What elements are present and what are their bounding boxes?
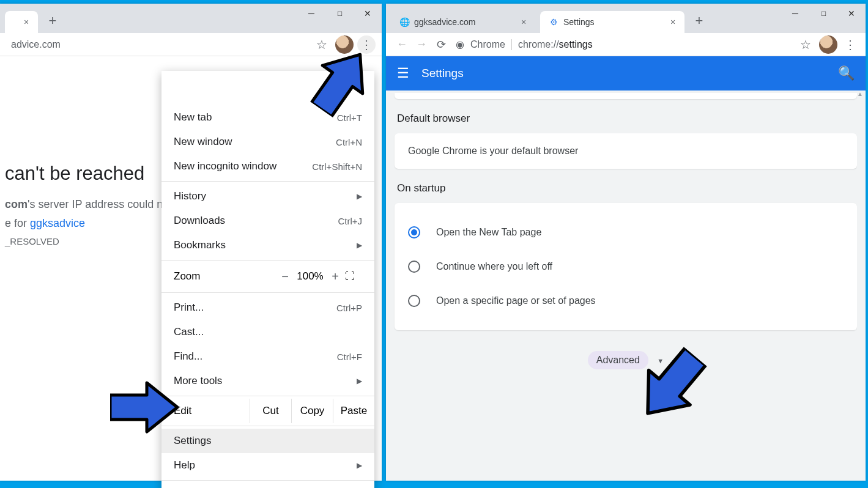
- tab-close-button[interactable]: ×: [518, 17, 529, 28]
- close-button[interactable]: ✕: [837, 4, 866, 23]
- address-bar[interactable]: advice.com: [6, 35, 312, 54]
- tab-close-button[interactable]: ×: [21, 17, 32, 28]
- address-bar[interactable]: ◉ Chrome chrome://settings: [451, 35, 796, 54]
- menu-downloads[interactable]: DownloadsCtrl+J: [161, 209, 374, 233]
- startup-option-continue[interactable]: Continue where you left off: [408, 250, 844, 284]
- back-button[interactable]: ←: [392, 35, 412, 54]
- tab-settings[interactable]: ⚙ Settings ×: [540, 11, 684, 33]
- menu-settings[interactable]: Settings: [161, 429, 374, 453]
- startup-card: Open the New Tab page Continue where you…: [395, 203, 857, 330]
- cut-button[interactable]: Cut: [250, 399, 291, 423]
- scrollbar[interactable]: ▲: [857, 91, 866, 481]
- chrome-window-right: 🌐 ggksadvice.com × ⚙ Settings × + ─ ☐ ✕ …: [386, 4, 866, 481]
- chevron-down-icon: ▼: [657, 357, 664, 364]
- menu-exit[interactable]: Exit: [161, 483, 374, 488]
- new-tab-button[interactable]: +: [43, 11, 62, 31]
- bookmark-star-icon[interactable]: ☆: [312, 35, 332, 54]
- menu-kebab-icon[interactable]: ⋮: [357, 35, 376, 54]
- default-browser-card: Google Chrome is your default browser: [395, 133, 857, 169]
- profile-avatar[interactable]: [335, 35, 354, 54]
- tab-strip: × + ─ ☐ ✕: [0, 4, 382, 33]
- chrome-logo-icon: ◉: [456, 39, 464, 50]
- section-on-startup: On startup: [397, 182, 855, 194]
- tab-ggksadvice[interactable]: 🌐 ggksadvice.com ×: [391, 11, 535, 33]
- profile-avatar[interactable]: [819, 35, 837, 54]
- hamburger-icon[interactable]: ☰: [397, 65, 414, 81]
- menu-kebab-icon[interactable]: ⋮: [841, 35, 859, 54]
- minimize-button[interactable]: ─: [781, 4, 809, 23]
- zoom-value: 100%: [295, 270, 325, 283]
- tab-label: Settings: [563, 17, 595, 27]
- submenu-arrow-icon: ▶: [357, 461, 362, 470]
- url-chip: Chrome: [470, 39, 512, 50]
- startup-option-specific[interactable]: Open a specific page or set of pages: [408, 284, 844, 318]
- menu-find[interactable]: Find...Ctrl+F: [161, 344, 374, 369]
- copy-button[interactable]: Copy: [291, 399, 333, 423]
- active-tab[interactable]: ×: [5, 11, 38, 33]
- gear-icon: ⚙: [549, 17, 558, 27]
- globe-icon: 🌐: [399, 17, 409, 27]
- section-default-browser: Default browser: [397, 113, 855, 125]
- startup-option-newtab[interactable]: Open the New Tab page: [408, 215, 844, 250]
- search-icon[interactable]: 🔍: [838, 65, 855, 81]
- radio-icon: [408, 226, 420, 238]
- settings-content: ▲ Default browser Google Chrome is your …: [386, 91, 866, 481]
- omnibar: advice.com ☆ ⋮: [0, 33, 382, 56]
- paste-button[interactable]: Paste: [333, 399, 374, 423]
- menu-help[interactable]: Help▶: [161, 453, 374, 478]
- menu-incognito[interactable]: New incognito windowCtrl+Shift+N: [161, 154, 374, 179]
- bookmark-star-icon[interactable]: ☆: [796, 35, 815, 54]
- menu-new-window[interactable]: New windowCtrl+N: [161, 130, 374, 154]
- edit-label: Edit: [161, 405, 250, 417]
- window-controls: ─ ☐ ✕: [297, 4, 382, 23]
- fullscreen-icon[interactable]: ⛶: [345, 271, 362, 282]
- menu-edit-row: Edit Cut Copy Paste: [161, 399, 374, 423]
- window-controls: ─ ☐ ✕: [781, 4, 866, 23]
- submenu-arrow-icon: ▶: [357, 241, 362, 250]
- advanced-row: Advanced ▼: [395, 351, 857, 369]
- zoom-in-button[interactable]: +: [325, 270, 345, 284]
- close-button[interactable]: ✕: [354, 4, 382, 23]
- reload-button[interactable]: ⟳: [431, 35, 451, 54]
- zoom-out-button[interactable]: −: [275, 270, 295, 284]
- menu-bookmarks[interactable]: Bookmarks▶: [161, 233, 374, 257]
- minimize-button[interactable]: ─: [297, 4, 325, 23]
- search-suggestion-link[interactable]: ggksadvice: [30, 217, 85, 229]
- menu-new-tab[interactable]: New tabCtrl+T: [161, 105, 374, 130]
- radio-icon: [408, 295, 420, 307]
- forward-button[interactable]: →: [412, 35, 431, 54]
- radio-icon: [408, 261, 420, 273]
- default-browser-text: Google Chrome is your default browser: [408, 146, 578, 156]
- submenu-arrow-icon: ▶: [357, 377, 362, 385]
- menu-more-tools[interactable]: More tools▶: [161, 369, 374, 393]
- omnibar: ← → ⟳ ◉ Chrome chrome://settings ☆ ⋮: [386, 33, 866, 56]
- menu-print[interactable]: Print...Ctrl+P: [161, 295, 374, 320]
- maximize-button[interactable]: ☐: [325, 4, 354, 23]
- menu-cast[interactable]: Cast...: [161, 320, 374, 344]
- appbar-title: Settings: [421, 67, 838, 80]
- maximize-button[interactable]: ☐: [809, 4, 837, 23]
- tab-close-button[interactable]: ×: [667, 17, 678, 28]
- menu-zoom-row: Zoom − 100% + ⛶: [161, 263, 374, 290]
- menu-history[interactable]: History▶: [161, 184, 374, 209]
- advanced-button[interactable]: Advanced: [588, 351, 648, 369]
- zoom-label: Zoom: [174, 270, 275, 283]
- tab-label: ggksadvice.com: [414, 17, 475, 27]
- submenu-arrow-icon: ▶: [357, 192, 362, 201]
- settings-appbar: ☰ Settings 🔍: [386, 56, 866, 91]
- chrome-main-menu: New tabCtrl+T New windowCtrl+N New incog…: [161, 71, 374, 488]
- new-tab-button[interactable]: +: [689, 11, 709, 31]
- tab-strip: 🌐 ggksadvice.com × ⚙ Settings × + ─ ☐ ✕: [386, 4, 866, 33]
